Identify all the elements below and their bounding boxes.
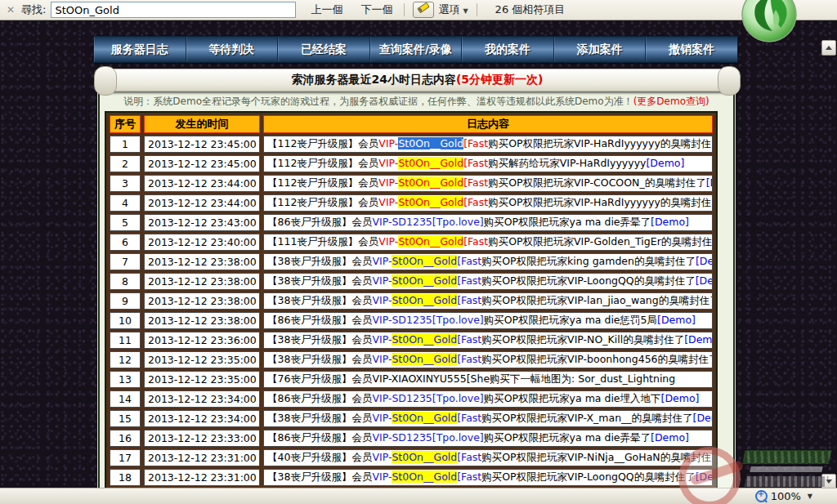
log-text-segment: St0On__Gold xyxy=(392,451,457,463)
log-text-segment: VIP- xyxy=(372,274,392,287)
log-text-segment: VIP-SD1235[Tpo.love] xyxy=(372,392,483,404)
row-timestamp: 2013-12-12 23:45:00 xyxy=(144,136,260,153)
row-index: 13 xyxy=(110,371,141,388)
highlight-all-button[interactable] xyxy=(413,2,434,18)
nav-tab-revoke-case[interactable]: 撤销案件 xyxy=(646,37,737,62)
row-log-content: 【76丧尸升级服】会员VIP-XIAOXINYU555[She购买下一幅地图为:… xyxy=(263,371,713,388)
row-timestamp: 2013-12-12 23:38:00 xyxy=(144,253,260,270)
row-timestamp: 2013-12-12 23:34:00 xyxy=(144,390,260,408)
table-row: 142013-12-12 23:34:00【86丧尸升级服】会员VIP-SD12… xyxy=(110,390,713,408)
close-icon[interactable]: ✕ xyxy=(7,4,15,16)
nav-tab-add-case[interactable]: 添加案件 xyxy=(554,37,647,62)
row-timestamp: 2013-12-12 23:44:00 xyxy=(144,194,260,212)
log-text-segment: 【112丧尸升级服】会员 xyxy=(267,176,378,189)
log-text-segment: 购买OP权限把玩家king gamden的臭嘴封住了 xyxy=(481,255,696,267)
row-index: 7 xyxy=(110,253,141,270)
chevron-down-icon[interactable]: ▼ xyxy=(808,493,812,500)
find-options-button[interactable]: 選項 xyxy=(438,2,459,17)
log-text-segment: 购买OP权限把玩家VIP-Golden_TigEr的臭嘴封住了 xyxy=(488,235,713,248)
row-index: 17 xyxy=(110,449,141,466)
divider xyxy=(404,3,405,16)
row-timestamp: 2013-12-12 23:45:00 xyxy=(144,155,260,172)
log-text-segment: St0On__Gold xyxy=(398,235,463,248)
find-previous-button[interactable]: 上一個 xyxy=(307,2,346,18)
status-bar: 100% ▼ xyxy=(0,488,837,504)
nav-tab-server-logs[interactable]: 服务器日志 xyxy=(94,37,186,62)
demo-link[interactable]: [Demo] xyxy=(651,431,689,444)
nav-tab-search-cases[interactable]: 查询案件/录像 xyxy=(370,37,463,62)
zoom-control[interactable]: 100% ▼ xyxy=(755,490,812,502)
demo-link[interactable]: [Demo] xyxy=(693,412,713,424)
log-text-segment: 购买OP权限把玩家VIP-lan_jiao_wang的臭嘴封住了 xyxy=(481,294,713,306)
more-demo-link[interactable]: (更多Demo查询) xyxy=(633,96,709,107)
row-log-content: 【38丧尸升级服】会员VIP-St0On__Gold[Fast购买OP权限把玩家… xyxy=(263,469,713,486)
demo-link[interactable]: [Demo] xyxy=(661,392,700,404)
row-timestamp: 2013-12-12 23:40:00 xyxy=(144,234,260,251)
nav-tab-closed-cases[interactable]: 已经结案 xyxy=(278,37,370,62)
row-index: 5 xyxy=(110,214,141,231)
table-row: 62013-12-12 23:40:00【111丧尸升级服】会员VIP-St0O… xyxy=(110,234,713,251)
chevron-down-icon[interactable]: ▼ xyxy=(463,7,468,15)
demo-link[interactable]: [Demo] xyxy=(696,255,713,267)
log-text-segment: VIP-SD1235[Tpo.love] xyxy=(372,431,483,444)
scrollbar-up-button[interactable] xyxy=(821,40,836,56)
page-background: 服务器日志等待判决已经结案查询案件/录像我的案件添加案件撤销案件 索沛服务器最近… xyxy=(0,20,837,488)
demo-link[interactable]: [Demo] xyxy=(684,333,713,346)
log-text-segment: St0On__Gold xyxy=(398,157,463,169)
log-text-segment: 【38丧尸升级服】会员 xyxy=(267,353,372,365)
log-text-segment: 【86丧尸升级服】会员 xyxy=(267,431,372,444)
row-index: 4 xyxy=(110,194,141,212)
table-row: 22013-12-12 23:45:00【112丧尸升级服】会员VIP-St0O… xyxy=(110,155,713,172)
nav-tab-my-cases[interactable]: 我的案件 xyxy=(462,37,554,62)
demo-link[interactable]: [Demo] xyxy=(651,216,689,228)
search-input[interactable] xyxy=(51,2,296,18)
log-text-segment: 购买OP权限把玩家VIP-LoongQQ的臭嘴封住了 xyxy=(481,274,695,287)
log-text-segment: VIP- xyxy=(372,412,392,424)
row-timestamp: 2013-12-12 23:33:00 xyxy=(144,430,260,447)
row-log-content: 【86丧尸升级服】会员VIP-SD1235[Tpo.love]购买OP权限把玩家… xyxy=(263,312,713,329)
row-log-content: 【112丧尸升级服】会员VIP-St0On__Gold[Fast购买OP权限把玩… xyxy=(263,136,713,153)
log-text-segment: St0On__Gold xyxy=(392,412,457,424)
row-log-content: 【112丧尸升级服】会员VIP-St0On__Gold[Fast购买OP权限把玩… xyxy=(263,175,713,192)
log-text-segment: VIP- xyxy=(378,196,398,208)
row-log-content: 【40丧尸升级服】会员VIP-St0On__Gold[Fast购买OP权限把玩家… xyxy=(263,449,713,466)
scrollbar-down-button[interactable] xyxy=(821,474,836,488)
demo-link[interactable]: [Demo] xyxy=(646,157,684,169)
col-header-time: 发生的时间 xyxy=(144,115,260,133)
row-timestamp: 2013-12-12 23:38:00 xyxy=(144,292,260,310)
log-text-segment: VIP- xyxy=(372,255,392,267)
row-index: 16 xyxy=(110,430,141,447)
row-timestamp: 2013-12-12 23:31:00 xyxy=(144,449,260,466)
row-timestamp: 2013-12-12 23:35:00 xyxy=(144,351,260,368)
table-row: 182013-12-12 23:31:00【38丧尸升级服】会员VIP-St0O… xyxy=(110,469,713,486)
row-timestamp: 2013-12-12 23:38:00 xyxy=(144,312,260,329)
log-text-segment: [Fast xyxy=(457,471,481,483)
log-text-segment: [Fast xyxy=(463,157,488,169)
main-nav: 服务器日志等待判决已经结案查询案件/录像我的案件添加案件撤销案件 xyxy=(93,36,738,63)
log-text-segment: VIP- xyxy=(378,137,398,149)
find-next-button[interactable]: 下一個 xyxy=(357,2,396,18)
title-banner: 索沛服务器最近24小时日志内容(5分钟更新一次) xyxy=(96,69,738,91)
demo-link[interactable]: [Demo] xyxy=(706,176,713,189)
row-index: 3 xyxy=(110,175,141,192)
log-text-segment: [Fast xyxy=(457,353,481,365)
arrow-up-icon xyxy=(826,46,832,50)
log-text-segment: 【38丧尸升级服】会员 xyxy=(267,471,372,483)
demo-link[interactable]: [Demo] xyxy=(696,471,713,483)
log-text-segment: 购买OP权限把玩家VIP-X_man__的臭嘴封住了 xyxy=(481,412,692,424)
row-index: 1 xyxy=(110,136,141,153)
log-text-segment: VIP- xyxy=(372,471,392,483)
row-index: 15 xyxy=(110,410,141,427)
log-text-segment: 购买OP权限把玩家VIP-LoongQQ的臭嘴封住了 xyxy=(481,471,695,483)
log-text-segment: VIP- xyxy=(372,451,392,463)
demo-link[interactable]: [Demo] xyxy=(696,274,713,287)
row-log-content: 【86丧尸升级服】会员VIP-SD1235[Tpo.love]购买OP权限把玩家… xyxy=(263,214,713,231)
demo-link[interactable]: [Demo] xyxy=(657,314,696,326)
table-row: 32013-12-12 23:44:00【112丧尸升级服】会员VIP-St0O… xyxy=(110,175,713,192)
log-text-segment: 购买OP权限把玩家VIP-COCOON_的臭嘴封住了 xyxy=(488,176,705,189)
log-text-segment: St0On__Gold xyxy=(392,294,457,306)
log-text-segment: [Fast xyxy=(457,294,481,306)
row-timestamp: 2013-12-12 23:36:00 xyxy=(144,332,260,349)
nav-tab-pending-judgement[interactable]: 等待判决 xyxy=(186,37,279,62)
log-text-segment: VIP-SD1235[Tpo.love] xyxy=(372,314,483,326)
